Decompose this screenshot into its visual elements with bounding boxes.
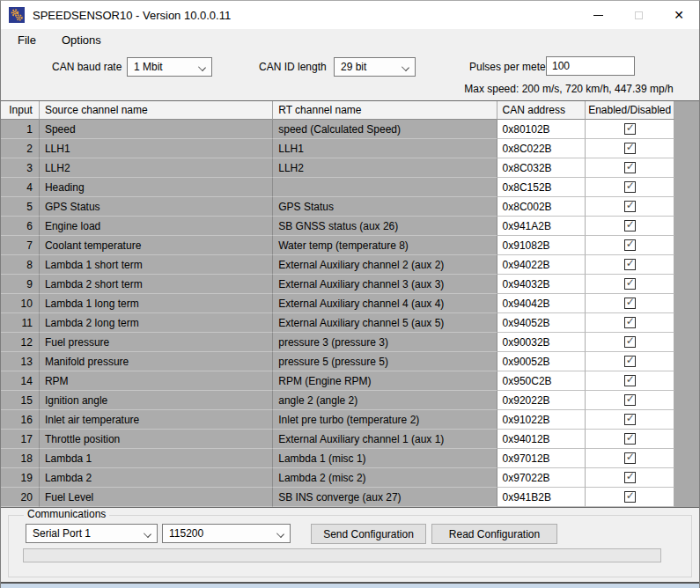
row-rt-channel[interactable]: Inlet pre turbo (temperature 2): [273, 410, 497, 430]
row-rt-channel[interactable]: pressure 5 (pressure 5): [273, 352, 497, 371]
can-baud-rate-label: CAN baud rate: [52, 61, 122, 73]
row-source-channel[interactable]: Heading: [40, 178, 273, 197]
row-can-address[interactable]: 0x90032B: [497, 333, 586, 352]
row-rt-channel[interactable]: speed (Calculated Speed): [273, 120, 497, 139]
baud-rate-select[interactable]: 115200: [162, 524, 291, 543]
row-input-number: 19: [1, 468, 40, 488]
row-can-address[interactable]: 0x91022B: [497, 410, 586, 430]
enabled-checkbox[interactable]: [624, 278, 636, 290]
row-rt-channel[interactable]: External Auxiliary channel 2 (aux 2): [273, 255, 497, 275]
enabled-checkbox[interactable]: [624, 452, 636, 464]
row-source-channel[interactable]: Lambda 1: [40, 449, 273, 468]
row-source-channel[interactable]: RPM: [40, 371, 273, 391]
read-configuration-button[interactable]: Read Configuration: [431, 524, 557, 544]
row-can-address[interactable]: 0x8C152B: [497, 178, 586, 197]
enabled-checkbox[interactable]: [624, 414, 636, 425]
row-source-channel[interactable]: Lambda 2 long term: [40, 313, 273, 333]
row-rt-channel[interactable]: GPS Status: [273, 197, 497, 217]
row-source-channel[interactable]: Fuel pressure: [40, 333, 273, 352]
row-filler: [674, 255, 699, 275]
enabled-checkbox[interactable]: [624, 375, 636, 386]
row-can-address[interactable]: 0x941A2B: [497, 217, 586, 236]
row-rt-channel[interactable]: External Auxiliary channel 5 (aux 5): [273, 313, 497, 333]
enabled-checkbox[interactable]: [624, 336, 636, 348]
row-rt-channel[interactable]: SB GNSS status (aux 26): [273, 217, 497, 236]
minimize-button[interactable]: [578, 1, 618, 29]
row-source-channel[interactable]: Lambda 2 short term: [40, 275, 273, 294]
row-rt-channel[interactable]: External Auxiliary channel 4 (aux 4): [273, 294, 497, 313]
enabled-checkbox[interactable]: [624, 394, 636, 406]
enabled-checkbox[interactable]: [624, 220, 636, 232]
row-can-address[interactable]: 0x91082B: [497, 236, 586, 255]
row-can-address[interactable]: 0x94012B: [497, 430, 586, 449]
row-can-address[interactable]: 0x94042B: [497, 294, 586, 313]
row-can-address[interactable]: 0x90052B: [497, 352, 586, 371]
row-can-address[interactable]: 0x8C022B: [497, 139, 586, 158]
row-source-channel[interactable]: Speed: [40, 120, 273, 139]
row-source-channel[interactable]: Fuel Level: [40, 488, 273, 507]
maximize-icon: [635, 11, 643, 19]
row-can-address[interactable]: 0x80102B: [497, 120, 586, 139]
row-can-address[interactable]: 0x97012B: [497, 449, 586, 468]
enabled-checkbox[interactable]: [624, 201, 636, 212]
row-source-channel[interactable]: Engine load: [40, 217, 273, 236]
enabled-checkbox[interactable]: [624, 317, 636, 328]
row-can-address[interactable]: 0x92022B: [497, 391, 586, 410]
app-icon: [9, 7, 25, 23]
row-can-address[interactable]: 0x950C2B: [497, 371, 586, 391]
serial-port-select[interactable]: Serial Port 1: [26, 524, 158, 543]
row-rt-channel[interactable]: pressure 3 (pressure 3): [273, 333, 497, 352]
enabled-checkbox[interactable]: [624, 162, 636, 173]
enabled-checkbox[interactable]: [624, 181, 636, 193]
row-can-address[interactable]: 0x8C032B: [497, 158, 586, 178]
row-source-channel[interactable]: LLH1: [40, 139, 273, 158]
table-row: 3 LLH2 LLH2 0x8C032B: [1, 158, 699, 178]
menu-options[interactable]: Options: [53, 31, 110, 49]
row-rt-channel[interactable]: RPM (Engine RPM): [273, 371, 497, 391]
row-rt-channel[interactable]: External Auxiliary channel 1 (aux 1): [273, 430, 497, 449]
row-rt-channel[interactable]: Lambda 1 (misc 1): [273, 449, 497, 468]
row-rt-channel[interactable]: LLH1: [273, 139, 497, 158]
row-source-channel[interactable]: LLH2: [40, 158, 273, 178]
row-input-number: 3: [1, 158, 40, 178]
row-rt-channel[interactable]: Water temp (temperature 8): [273, 236, 497, 255]
menu-file[interactable]: File: [9, 31, 45, 49]
chevron-down-icon: [198, 63, 206, 71]
row-source-channel[interactable]: Coolant temperature: [40, 236, 273, 255]
row-can-address[interactable]: 0x941B2B: [497, 488, 586, 507]
row-source-channel[interactable]: Inlet air temperature: [40, 410, 273, 430]
enabled-checkbox[interactable]: [624, 123, 636, 135]
pulses-per-meter-input[interactable]: [546, 56, 635, 76]
row-source-channel[interactable]: Lambda 1 short term: [40, 255, 273, 275]
row-rt-channel[interactable]: LLH2: [273, 158, 497, 178]
enabled-checkbox[interactable]: [624, 298, 636, 309]
row-rt-channel[interactable]: Lambda 2 (misc 2): [273, 468, 497, 488]
send-configuration-button[interactable]: Send Configuration: [311, 524, 426, 544]
enabled-checkbox[interactable]: [624, 356, 636, 367]
row-rt-channel[interactable]: [273, 178, 497, 197]
enabled-checkbox[interactable]: [624, 433, 636, 445]
row-can-address[interactable]: 0x97022B: [497, 468, 586, 488]
can-id-length-select[interactable]: 29 bit: [334, 57, 416, 77]
row-source-channel[interactable]: Lambda 1 long term: [40, 294, 273, 313]
row-can-address[interactable]: 0x94032B: [497, 275, 586, 294]
row-source-channel[interactable]: Lambda 2: [40, 468, 273, 488]
row-can-address[interactable]: 0x8C002B: [497, 197, 586, 217]
row-source-channel[interactable]: Manifold pressure: [40, 352, 273, 371]
row-source-channel[interactable]: GPS Status: [40, 197, 273, 217]
enabled-checkbox[interactable]: [624, 239, 636, 251]
row-can-address[interactable]: 0x94052B: [497, 313, 586, 333]
enabled-checkbox[interactable]: [624, 472, 636, 483]
enabled-checkbox[interactable]: [624, 259, 636, 270]
row-source-channel[interactable]: Throttle position: [40, 430, 273, 449]
row-rt-channel[interactable]: angle 2 (angle 2): [273, 391, 497, 410]
can-baud-rate-select[interactable]: 1 Mbit: [127, 57, 212, 77]
enabled-checkbox[interactable]: [624, 491, 636, 503]
row-rt-channel[interactable]: SB INS converge (aux 27): [273, 488, 497, 507]
enabled-checkbox[interactable]: [624, 143, 636, 154]
row-rt-channel[interactable]: External Auxiliary channel 3 (aux 3): [273, 275, 497, 294]
close-button[interactable]: ✕: [659, 1, 699, 29]
row-input-number: 6: [1, 217, 40, 236]
row-source-channel[interactable]: Ignition angle: [40, 391, 273, 410]
row-can-address[interactable]: 0x94022B: [497, 255, 586, 275]
